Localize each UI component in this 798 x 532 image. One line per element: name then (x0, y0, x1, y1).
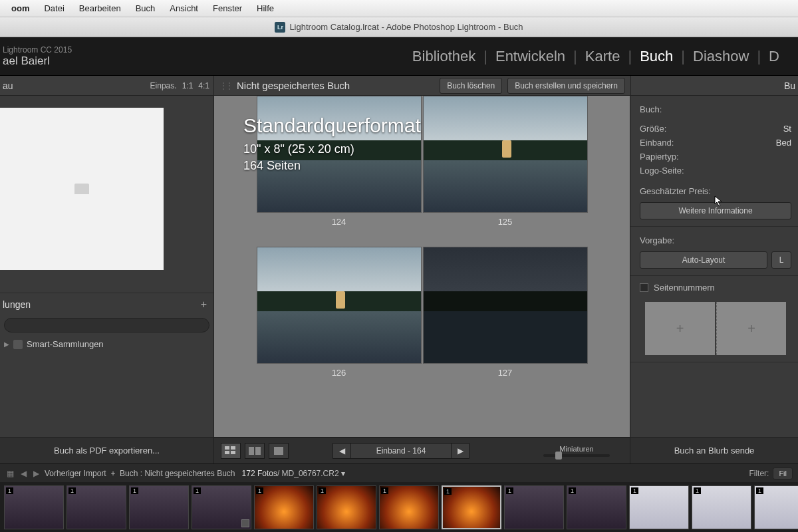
collections-label: lungen (3, 299, 31, 310)
filmstrip-thumb[interactable]: 1 (567, 485, 626, 529)
page-numbers-label: Seitennummern (654, 283, 715, 293)
page-number: 125 (423, 217, 588, 227)
disclosure-triangle-icon[interactable]: ▶ (4, 340, 9, 348)
filmstrip-thumb-selected[interactable]: 1 (442, 485, 501, 529)
zoom-1-1[interactable]: 1:1 (182, 81, 194, 90)
svg-rect-0 (225, 446, 229, 450)
left-panel: lungen + ▶ Smart-Sammlungen Buch als PDF… (0, 96, 214, 464)
module-slideshow[interactable]: Diashow (685, 48, 757, 65)
nav-back-icon[interactable]: ◀ (19, 469, 28, 478)
thumbnail-size-slider[interactable] (543, 454, 610, 457)
collections-search-input[interactable] (4, 318, 209, 332)
source-path[interactable]: Vorheriger Import + Buch : Nicht gespeic… (45, 469, 345, 478)
view-single-button[interactable] (269, 443, 289, 459)
svg-rect-6 (274, 447, 283, 455)
format-name: Standardquerformat (243, 114, 421, 137)
spread-126-127[interactable] (226, 247, 618, 364)
filmstrip[interactable]: 1 1 1 1 1 1 1 1 1 1 1 1 1 (0, 482, 798, 532)
product-name: Lightroom CC 2015 (3, 45, 72, 55)
logo-label: Logo-Seite: (640, 166, 684, 176)
page-125[interactable] (423, 96, 588, 213)
send-to-blurb-button[interactable]: Buch an Blurb sende (630, 437, 798, 464)
smart-collection-icon (13, 340, 23, 349)
filmstrip-thumb[interactable]: 1 (317, 485, 376, 529)
paper-label: Papiertyp: (640, 152, 679, 162)
center-toolbar: ◀ Einband - 164 ▶ Miniaturen (214, 437, 630, 464)
zoom-fit[interactable]: Einpas. (150, 81, 177, 90)
filmstrip-thumb[interactable]: 1 (254, 485, 314, 529)
price-label: Geschätzter Preis: (640, 186, 711, 196)
filmstrip-thumb[interactable]: 1 (754, 485, 798, 529)
grip-icon: ⋮⋮ (219, 81, 231, 90)
menu-help[interactable]: Hilfe (249, 3, 281, 13)
filmstrip-thumb[interactable]: 1 (504, 485, 564, 529)
mini-page-left[interactable]: + (645, 302, 715, 355)
size-value[interactable]: St (783, 124, 791, 134)
module-library[interactable]: Bibliothek (404, 48, 483, 65)
left-panel-title: au (0, 80, 13, 91)
page-range-label[interactable]: Einband - 164 (351, 443, 451, 459)
filmstrip-thumb[interactable]: 1 (192, 485, 251, 529)
checkbox-icon[interactable] (640, 283, 648, 292)
thumbnails-label: Miniaturen (559, 445, 593, 453)
menu-file[interactable]: Datei (37, 3, 71, 13)
save-book-button[interactable]: Buch erstellen und speichern (507, 78, 625, 94)
cover-preview[interactable] (0, 108, 164, 270)
page-number: 126 (257, 368, 422, 378)
menu-edit[interactable]: Bearbeiten (72, 3, 128, 13)
module-truncated[interactable]: D (761, 48, 787, 65)
collections-header[interactable]: lungen + (0, 293, 213, 315)
size-label: Größe: (640, 124, 666, 134)
view-grid-button[interactable] (221, 443, 241, 459)
work-bar: au Einpas. 1:1 4:1 ⋮⋮ Nicht gespeicherte… (0, 76, 798, 96)
nav-forward-icon[interactable]: ▶ (32, 469, 41, 478)
filmstrip-thumb[interactable]: 1 (379, 485, 439, 529)
add-collection-icon[interactable]: + (201, 299, 207, 311)
page-style-preview: + + (640, 302, 791, 355)
format-overlay: Standardquerformat 10" x 8" (25 x 20 cm)… (243, 114, 421, 173)
center-panel: 124125 126127 Standardquerformat 10" x 8… (214, 96, 630, 464)
preset-label: Vorgabe: (640, 235, 674, 245)
module-map[interactable]: Karte (577, 48, 628, 65)
page-127[interactable] (423, 247, 588, 364)
smart-collections-row[interactable]: ▶ Smart-Sammlungen (0, 335, 213, 353)
book-title: Nicht gespeichertes Buch (237, 80, 434, 91)
filmstrip-thumb[interactable]: 1 (692, 485, 751, 529)
clear-layout-button[interactable]: L (771, 251, 791, 269)
right-panel: Buch: Größe:St Einband:Bed Papiertyp: Lo… (630, 96, 798, 464)
filter-label: Filter: (749, 469, 769, 478)
zoom-4-1[interactable]: 4:1 (198, 81, 209, 90)
module-book[interactable]: Buch (632, 48, 681, 65)
filmstrip-thumb[interactable]: 1 (4, 485, 64, 529)
svg-rect-3 (231, 451, 235, 454)
page-126[interactable] (257, 247, 422, 364)
book-label: Buch: (640, 104, 662, 114)
page-numbers-checkbox[interactable]: Seitennummern (640, 283, 791, 293)
mini-page-right[interactable]: + (716, 302, 786, 355)
menu-view[interactable]: Ansicht (162, 3, 205, 13)
format-pages: 164 Seiten (243, 159, 421, 173)
cover-value[interactable]: Bed (776, 138, 791, 148)
module-develop[interactable]: Entwickeln (487, 48, 573, 65)
menu-window[interactable]: Fenster (205, 3, 249, 13)
more-info-button[interactable]: Weitere Informatione (640, 202, 791, 219)
format-size: 10" x 8" (25 x 20 cm) (243, 142, 421, 156)
grid-view-icon[interactable]: ▦ (5, 469, 15, 478)
os-menubar: oom Datei Bearbeiten Buch Ansicht Fenste… (0, 0, 798, 17)
next-page-button[interactable]: ▶ (451, 443, 469, 459)
page-number: 127 (423, 368, 588, 378)
delete-book-button[interactable]: Buch löschen (440, 78, 502, 94)
right-panel-title: Bu (784, 80, 795, 91)
auto-layout-button[interactable]: Auto-Layout (640, 251, 767, 269)
filmstrip-thumb[interactable]: 1 (66, 485, 126, 529)
filmstrip-thumb[interactable]: 1 (629, 485, 689, 529)
export-pdf-button[interactable]: Buch als PDF exportieren... (0, 437, 213, 464)
filmstrip-thumb[interactable]: 1 (129, 485, 189, 529)
filter-button[interactable]: Fil (773, 467, 793, 479)
module-picker: Bibliothek| Entwickeln| Karte| Buch| Dia… (404, 48, 787, 65)
menu-app[interactable]: oom (4, 3, 37, 13)
spreads-area[interactable]: 124125 126127 Standardquerformat 10" x 8… (214, 96, 630, 437)
prev-page-button[interactable]: ◀ (332, 443, 351, 459)
view-spread-button[interactable] (245, 443, 265, 459)
menu-book[interactable]: Buch (128, 3, 163, 13)
